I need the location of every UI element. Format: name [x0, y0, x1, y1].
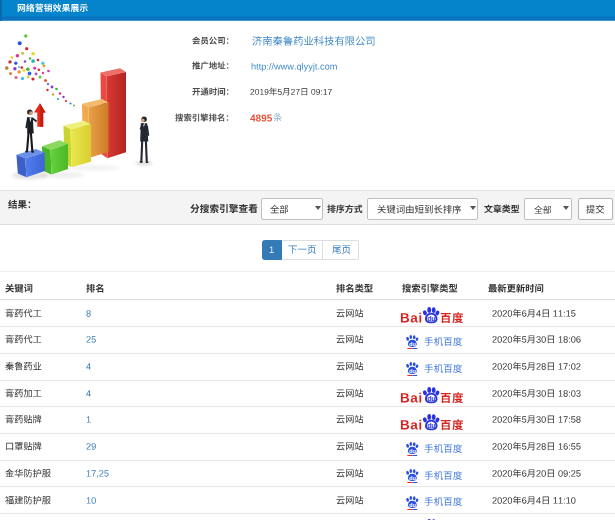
svg-text:du: du: [409, 368, 416, 374]
svg-text:du: du: [409, 475, 416, 481]
svg-text:du: du: [409, 448, 416, 454]
svg-text:du: du: [427, 315, 435, 322]
svg-text:du: du: [409, 341, 416, 347]
svg-text:du: du: [427, 421, 435, 428]
svg-text:du: du: [409, 501, 416, 507]
svg-text:du: du: [427, 395, 435, 402]
